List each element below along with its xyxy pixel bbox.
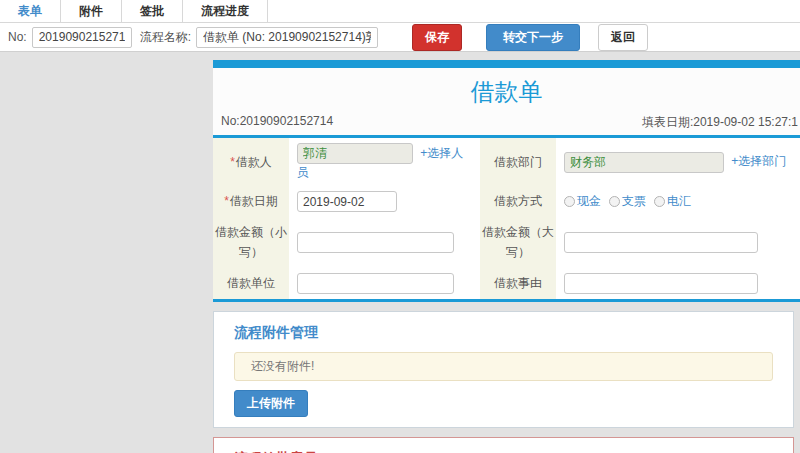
back-button[interactable]: 返回 — [598, 24, 648, 51]
attachments-section: 流程附件管理 还没有附件! 上传附件 — [213, 311, 794, 428]
approval-section: 流程签批意见 B I abc — [213, 437, 794, 453]
department-input[interactable] — [564, 152, 724, 173]
required-mark: * — [230, 155, 235, 169]
select-department-link[interactable]: +选择部门 — [731, 154, 786, 168]
loan-method-label: 借款方式 — [480, 186, 556, 217]
loan-method-cell: 现金 支票 电汇 — [556, 186, 800, 217]
flow-name-label: 流程名称: — [140, 29, 191, 46]
loan-reason-cell — [556, 268, 800, 301]
content-column: 借款单 No:20190902152714 填表日期:2019-09-02 15… — [213, 60, 800, 453]
attachments-heading: 流程附件管理 — [234, 320, 773, 342]
amount-upper-cell — [556, 217, 800, 268]
radio-circle-icon — [564, 196, 575, 207]
department-cell: +选择部门 — [556, 138, 800, 186]
amount-lower-label: 借款金额（小写） — [213, 217, 289, 268]
no-attachments-alert: 还没有附件! — [234, 352, 773, 381]
loan-unit-input[interactable] — [297, 273, 454, 294]
required-mark: * — [224, 194, 229, 208]
page-background: 借款单 No:20190902152714 填表日期:2019-09-02 15… — [0, 52, 800, 453]
loan-date-cell — [289, 186, 480, 217]
upload-attachment-button[interactable]: 上传附件 — [234, 390, 308, 417]
amount-upper-input[interactable] — [564, 232, 758, 253]
form-header: 借款单 No:20190902152714 填表日期:2019-09-02 15… — [213, 68, 800, 138]
loan-reason-label: 借款事由 — [480, 268, 556, 301]
save-button[interactable]: 保存 — [412, 24, 462, 51]
table-row: *借款人 +选择人员 借款部门 +选择部门 — [213, 138, 800, 186]
no-input[interactable] — [32, 27, 132, 48]
loan-unit-cell — [289, 268, 480, 301]
page-title: 借款单 — [213, 68, 800, 112]
form-top-bar — [213, 60, 800, 68]
tab-progress[interactable]: 流程进度 — [183, 0, 268, 22]
radio-wire[interactable]: 电汇 — [654, 193, 691, 210]
borrower-label: *借款人 — [213, 138, 289, 186]
approval-heading: 流程签批意见 — [234, 446, 773, 453]
table-row: *借款日期 借款方式 现金 — [213, 186, 800, 217]
amount-lower-cell — [289, 217, 480, 268]
tab-bar: 表单 附件 签批 流程进度 — [0, 0, 800, 23]
radio-cash-label: 现金 — [577, 193, 601, 210]
next-step-button[interactable]: 转交下一步 — [486, 24, 580, 51]
form-date-text: 填表日期:2019-09-02 15:27:1 — [642, 114, 798, 131]
table-row: 借款金额（小写） 借款金额（大写） — [213, 217, 800, 268]
no-label: No: — [8, 30, 27, 44]
flow-name-input[interactable] — [196, 27, 378, 48]
amount-upper-label: 借款金额（大写） — [480, 217, 556, 268]
loan-form-table: *借款人 +选择人员 借款部门 +选择部门 *借款日期 — [213, 138, 800, 302]
tab-form[interactable]: 表单 — [0, 0, 61, 22]
radio-circle-icon — [609, 196, 620, 207]
tab-attachments[interactable]: 附件 — [61, 0, 122, 22]
loan-form-card: 借款单 No:20190902152714 填表日期:2019-09-02 15… — [213, 60, 800, 302]
radio-check-label: 支票 — [622, 193, 646, 210]
borrower-cell: +选择人员 — [289, 138, 480, 186]
action-toolbar: No: 流程名称: 保存 转交下一步 返回 — [0, 23, 800, 52]
radio-circle-icon — [654, 196, 665, 207]
amount-lower-input[interactable] — [297, 232, 454, 253]
form-no-text: No:20190902152714 — [221, 114, 333, 131]
loan-date-label: *借款日期 — [213, 186, 289, 217]
loan-date-label-text: 借款日期 — [230, 194, 278, 208]
loan-reason-input[interactable] — [564, 273, 758, 294]
radio-cash[interactable]: 现金 — [564, 193, 601, 210]
department-label: 借款部门 — [480, 138, 556, 186]
borrower-input[interactable] — [297, 143, 413, 164]
tab-approval[interactable]: 签批 — [122, 0, 183, 22]
form-meta-row: No:20190902152714 填表日期:2019-09-02 15:27:… — [213, 112, 800, 135]
loan-date-input[interactable] — [297, 191, 397, 212]
table-row: 借款单位 借款事由 — [213, 268, 800, 301]
borrower-label-text: 借款人 — [236, 155, 272, 169]
radio-check[interactable]: 支票 — [609, 193, 646, 210]
radio-wire-label: 电汇 — [667, 193, 691, 210]
loan-unit-label: 借款单位 — [213, 268, 289, 301]
loan-method-radio-group: 现金 支票 电汇 — [564, 193, 792, 210]
